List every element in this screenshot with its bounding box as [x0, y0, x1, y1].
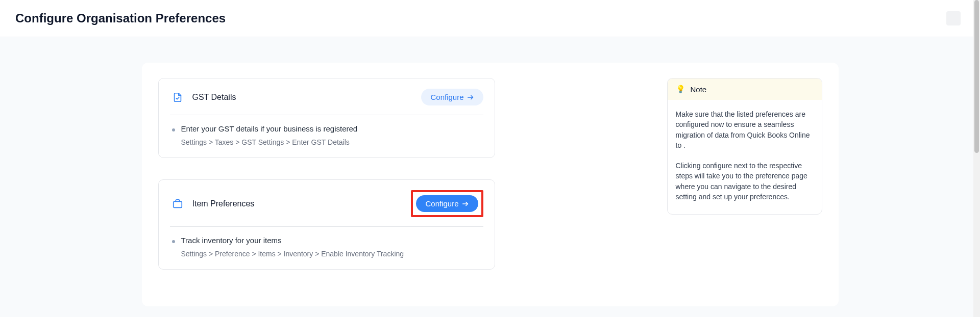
svg-rect-3: [173, 201, 182, 207]
pref-path: Settings > Taxes > GST Settings > Enter …: [181, 138, 483, 146]
configure-label: Configure: [425, 199, 458, 208]
note-paragraph: Clicking configure next to the respectiv…: [676, 161, 814, 202]
close-button[interactable]: [946, 11, 961, 25]
arrow-right-icon: [462, 200, 469, 207]
pref-item: Track inventory for your items: [170, 236, 483, 245]
pref-card-header: Item Preferences Configure: [170, 190, 483, 227]
bullet-icon: [172, 128, 175, 131]
note-box: 💡 Note Make sure that the listed prefere…: [667, 78, 822, 215]
configure-button-items[interactable]: Configure: [416, 195, 478, 212]
note-body: Make sure that the listed preferences ar…: [668, 100, 822, 214]
pref-card-title-wrap: Item Preferences: [170, 196, 255, 212]
configure-button-gst[interactable]: Configure: [421, 89, 483, 105]
lightbulb-icon: 💡: [676, 85, 685, 94]
pref-card-body: Track inventory for your items Settings …: [170, 236, 483, 258]
pref-card-header: GST Details Configure: [170, 89, 483, 115]
note-column: 💡 Note Make sure that the listed prefere…: [516, 78, 822, 291]
pref-title: Item Preferences: [192, 199, 255, 208]
pref-card-title-wrap: GST Details: [170, 90, 236, 105]
pref-item-text: Enter your GST details if your business …: [181, 124, 358, 133]
briefcase-icon: [170, 196, 185, 212]
page-background: GST Details Configure: [0, 37, 980, 317]
note-title: Note: [691, 85, 707, 94]
pref-title: GST Details: [192, 93, 236, 102]
arrow-right-icon: [467, 94, 474, 101]
pref-card-gst: GST Details Configure: [158, 78, 495, 158]
main-panel: GST Details Configure: [142, 63, 839, 306]
preferences-column: GST Details Configure: [158, 78, 495, 291]
bullet-icon: [172, 240, 175, 243]
scrollbar-thumb[interactable]: [974, 0, 979, 153]
note-paragraph: Make sure that the listed preferences ar…: [676, 109, 814, 150]
configure-label: Configure: [430, 93, 463, 101]
page-title: Configure Organisation Preferences: [15, 11, 226, 25]
pref-card-item-preferences: Item Preferences Configure: [158, 179, 495, 270]
pref-card-body: Enter your GST details if your business …: [170, 124, 483, 146]
document-check-icon: [170, 90, 185, 105]
scrollbar[interactable]: [973, 0, 980, 317]
pref-path: Settings > Preference > Items > Inventor…: [181, 250, 483, 258]
pref-item-text: Track inventory for your items: [181, 236, 282, 245]
modal-header: Configure Organisation Preferences: [0, 0, 980, 37]
pref-item: Enter your GST details if your business …: [170, 124, 483, 133]
highlight-annotation: Configure: [411, 190, 483, 217]
note-header: 💡 Note: [668, 78, 822, 100]
